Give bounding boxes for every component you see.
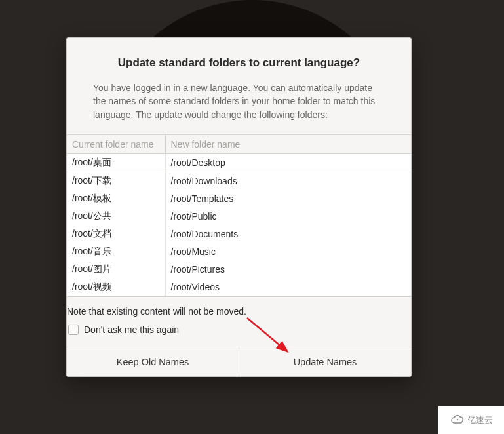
dont-ask-row: Don't ask me this again bbox=[68, 322, 411, 347]
cell-current: /root/文档 bbox=[67, 226, 165, 243]
cell-new: /root/Videos bbox=[165, 279, 411, 296]
table-row[interactable]: /root/视频/root/Videos bbox=[67, 279, 411, 296]
dont-ask-label: Don't ask me this again bbox=[84, 325, 179, 335]
watermark: 亿速云 bbox=[438, 406, 504, 434]
note-text: Note that existing content will not be m… bbox=[67, 297, 411, 322]
cell-new: /root/Templates bbox=[165, 190, 411, 208]
cell-current: /root/图片 bbox=[67, 261, 165, 279]
table-row[interactable]: /root/模板/root/Templates bbox=[67, 190, 411, 208]
dialog-title: Update standard folders to current langu… bbox=[93, 56, 385, 69]
update-folders-dialog: Update standard folders to current langu… bbox=[66, 37, 412, 377]
cell-current: /root/音乐 bbox=[67, 243, 165, 261]
cell-new: /root/Music bbox=[165, 243, 411, 261]
table-row[interactable]: /root/文档/root/Documents bbox=[67, 226, 411, 243]
table-row[interactable]: /root/图片/root/Pictures bbox=[67, 261, 411, 279]
watermark-text: 亿速云 bbox=[467, 414, 493, 426]
update-names-button[interactable]: Update Names bbox=[239, 347, 411, 376]
col-current[interactable]: Current folder name bbox=[67, 135, 165, 154]
cell-current: /root/模板 bbox=[67, 190, 165, 208]
col-new[interactable]: New folder name bbox=[165, 135, 411, 154]
cell-new: /root/Desktop bbox=[165, 153, 411, 172]
cell-new: /root/Public bbox=[165, 208, 411, 226]
cell-current: /root/桌面 bbox=[67, 153, 165, 172]
cell-new: /root/Documents bbox=[165, 226, 411, 243]
dialog-description: You have logged in in a new language. Yo… bbox=[93, 81, 385, 121]
table-row[interactable]: /root/下载/root/Downloads bbox=[67, 172, 411, 190]
table-row[interactable]: /root/音乐/root/Music bbox=[67, 243, 411, 261]
cell-new: /root/Pictures bbox=[165, 261, 411, 279]
svg-point-2 bbox=[456, 418, 457, 420]
dont-ask-checkbox[interactable] bbox=[68, 325, 79, 335]
cell-new: /root/Downloads bbox=[165, 172, 411, 190]
cell-current: /root/视频 bbox=[67, 279, 165, 296]
cell-current: /root/公共 bbox=[67, 208, 165, 226]
cloud-icon bbox=[450, 414, 465, 427]
keep-old-names-button[interactable]: Keep Old Names bbox=[67, 347, 239, 376]
table-row[interactable]: /root/公共/root/Public bbox=[67, 208, 411, 226]
table-row[interactable]: /root/桌面/root/Desktop bbox=[67, 153, 411, 172]
cell-current: /root/下载 bbox=[67, 172, 165, 190]
dialog-buttons: Keep Old Names Update Names bbox=[67, 347, 411, 376]
folder-table: Current folder name New folder name /roo… bbox=[67, 134, 411, 297]
